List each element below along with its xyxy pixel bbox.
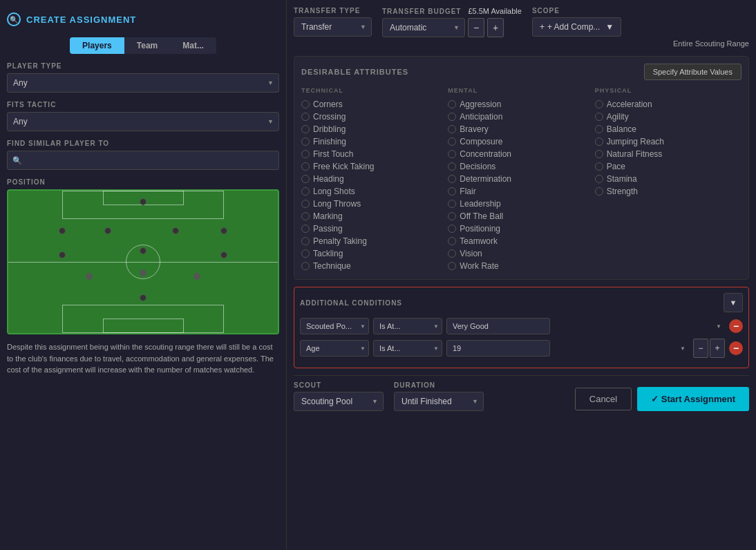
attr-check-determination[interactable] [448, 175, 456, 183]
attr-corners: Corners [301, 98, 448, 111]
transfer-budget-label: TRANSFER BUDGET [382, 8, 461, 15]
attr-check-vision[interactable] [448, 249, 456, 258]
attr-check-crossing[interactable] [301, 113, 310, 121]
cond2-field-select[interactable]: Age Scouted Po... Position [300, 340, 369, 357]
transfer-type-select[interactable]: Transfer Loan Free Transfer [294, 17, 372, 37]
player-dot[interactable] [172, 227, 179, 234]
create-assignment-title: CREATE ASSIGNMENT [26, 15, 136, 25]
attr-check-concentration[interactable] [448, 150, 456, 158]
attr-check-corners[interactable] [301, 100, 310, 108]
scope-range-text: Entire Scouting Range [532, 39, 749, 48]
attr-check-stamina[interactable] [595, 175, 603, 183]
scout-select[interactable]: Scouting Pool Scout 1 Scout 2 [294, 392, 384, 411]
scope-row: + + Add Comp... ▼ [532, 17, 749, 37]
attr-check-heading[interactable] [301, 175, 310, 183]
budget-minus-button[interactable]: − [468, 18, 484, 37]
cond2-value-wrapper: 19 18 20 21 [446, 340, 689, 357]
scout-select-wrapper: Scouting Pool Scout 1 Scout 2 [294, 392, 384, 411]
attr-check-anticipation[interactable] [448, 113, 456, 121]
tab-players[interactable]: Players [70, 37, 124, 54]
attr-check-long-shots[interactable] [301, 187, 310, 196]
attr-check-technique[interactable] [301, 262, 310, 270]
attr-check-strength[interactable] [595, 187, 603, 196]
attr-check-marking[interactable] [301, 212, 310, 220]
attr-tackling: Tackling [301, 247, 448, 260]
attr-check-dribbling[interactable] [301, 125, 310, 133]
small-box-bottom [103, 319, 184, 333]
cond1-remove-button[interactable]: − [729, 319, 743, 333]
duration-select[interactable]: Until Finished 1 Month 3 Months [394, 392, 484, 411]
cond2-op-select[interactable]: Is At... Is Above Is Below [373, 340, 442, 357]
duration-group: DURATION Until Finished 1 Month 3 Months [394, 381, 484, 411]
attr-check-free-kick[interactable] [301, 162, 310, 171]
attr-check-work-rate[interactable] [448, 262, 456, 270]
attr-check-bravery[interactable] [448, 125, 456, 133]
player-dot[interactable] [140, 198, 147, 205]
find-similar-search-icon: 🔍 [12, 156, 22, 165]
fits-tactic-select[interactable]: Any Attacking Defensive Midfield [7, 112, 279, 131]
player-dot[interactable] [59, 227, 66, 234]
attr-check-aggression[interactable] [448, 100, 456, 108]
budget-plus-button[interactable]: + [487, 18, 504, 37]
attr-check-teamwork[interactable] [448, 237, 456, 245]
attr-check-agility[interactable] [595, 113, 603, 121]
cond2-remove-button[interactable]: − [729, 341, 743, 355]
attr-positioning: Positioning [448, 222, 594, 235]
player-type-select[interactable]: Any Young Prospects Stars Veterans [7, 73, 279, 93]
attr-check-acceleration[interactable] [595, 100, 603, 108]
cond2-minus-button[interactable]: − [693, 339, 708, 358]
attr-check-positioning[interactable] [448, 225, 456, 233]
cond1-op-select[interactable]: Is At... Is Above Is Below [373, 318, 442, 334]
additional-conditions-header: ADDITIONAL CONDITIONS ▼ [300, 293, 743, 312]
player-dot[interactable] [140, 247, 147, 254]
cond1-value-wrapper: Very Good Good Excellent Poor [446, 318, 725, 334]
football-pitch[interactable] [7, 189, 279, 334]
player-dot[interactable] [86, 273, 93, 280]
player-dot[interactable] [220, 227, 227, 234]
player-dot[interactable] [193, 273, 200, 280]
cond2-value-select[interactable]: 19 18 20 21 [446, 340, 550, 357]
attr-check-tackling[interactable] [301, 249, 310, 258]
budget-select[interactable]: Automatic Manual [382, 18, 465, 37]
attr-check-pace[interactable] [595, 162, 603, 171]
player-dot[interactable] [140, 269, 147, 276]
cond1-field-select[interactable]: Scouted Po... Age Position [300, 318, 369, 334]
tab-match[interactable]: Mat... [170, 37, 216, 54]
transfer-budget-row: Automatic Manual − + [382, 18, 522, 37]
player-dot[interactable] [104, 227, 111, 234]
attr-check-natural-fitness[interactable] [595, 150, 603, 158]
attr-check-first-touch[interactable] [301, 150, 310, 158]
cond1-value-select[interactable]: Very Good Good Excellent Poor [446, 318, 550, 334]
cond2-plus-button[interactable]: + [710, 339, 725, 358]
attr-long-shots: Long Shots [301, 185, 448, 198]
find-similar-input[interactable] [7, 151, 279, 170]
attr-first-touch: First Touch [301, 148, 448, 160]
attr-check-decisions[interactable] [448, 162, 456, 171]
scope-add-button[interactable]: + + Add Comp... ▼ [532, 17, 621, 37]
cancel-button[interactable]: Cancel [575, 388, 632, 410]
attr-check-finishing[interactable] [301, 138, 310, 146]
transfer-type-select-wrapper: Transfer Loan Free Transfer [294, 17, 372, 37]
attr-check-balance[interactable] [595, 125, 603, 133]
attr-agility: Agility [595, 111, 741, 123]
cond2-field-wrapper: Age Scouted Po... Position [300, 340, 369, 357]
attr-check-composure[interactable] [448, 138, 456, 146]
start-assignment-button[interactable]: ✓ Start Assignment [637, 387, 749, 411]
player-dot[interactable] [59, 252, 66, 258]
specify-attributes-button[interactable]: Specify Attribute Values [644, 64, 741, 80]
transfer-budget-group: TRANSFER BUDGET £5.5M Available Automati… [382, 7, 522, 37]
additional-conditions-toggle[interactable]: ▼ [724, 293, 743, 312]
attr-check-penalty[interactable] [301, 237, 310, 245]
attr-check-leadership[interactable] [448, 200, 456, 208]
tab-team[interactable]: Team [124, 37, 170, 54]
attr-check-long-throws[interactable] [301, 200, 310, 208]
player-dot[interactable] [220, 252, 227, 258]
fits-tactic-wrapper: Any Attacking Defensive Midfield [7, 112, 279, 131]
attr-check-jumping-reach[interactable] [595, 138, 603, 146]
attr-check-flair[interactable] [448, 187, 456, 196]
attr-check-passing[interactable] [301, 225, 310, 233]
player-dot[interactable] [140, 294, 147, 301]
attr-crossing: Crossing [301, 111, 448, 123]
attr-pace: Pace [595, 160, 741, 173]
attr-check-off-the-ball[interactable] [448, 212, 456, 220]
